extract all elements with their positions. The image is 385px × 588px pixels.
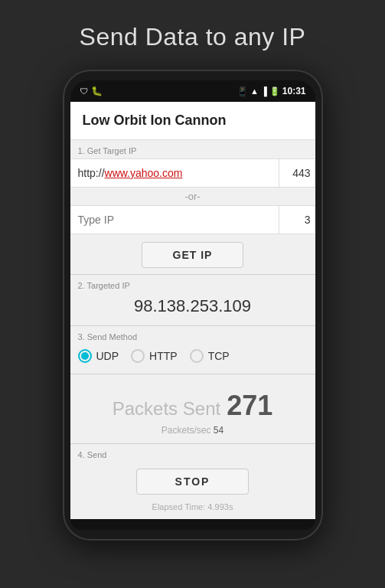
url-input-row: http://www.yahoo.com (70, 158, 315, 188)
status-icons-left: 🛡 🐛 (80, 86, 103, 96)
packets-sec-label: Packets/sec (162, 425, 211, 436)
packets-sent-value: 271 (227, 390, 272, 422)
sim-icon: 📱 (237, 87, 248, 96)
section1-label: 1. Get Target IP (70, 140, 315, 158)
or-divider: -or- (70, 188, 315, 205)
radio-udp-label: UDP (96, 350, 119, 362)
targeted-ip-section: 2. Targeted IP 98.138.253.109 (70, 275, 315, 325)
stop-btn-row: STOP (78, 462, 308, 501)
wifi-icon: ▲ (250, 87, 259, 96)
stop-button[interactable]: STOP (136, 469, 250, 495)
radio-row: UDP HTTP TCP (78, 345, 308, 368)
elapsed-time: Elapsed Time: 4.993s (78, 501, 308, 516)
section4-label: 4. Send (78, 447, 308, 462)
type-ip-row (70, 205, 315, 234)
packets-row: Packets Sent 271 (113, 390, 273, 422)
packets-section: Packets Sent 271 Packets/sec 54 (70, 374, 315, 443)
packets-sent-label: Packets Sent (113, 398, 220, 420)
radio-circle-http (131, 349, 145, 363)
url-display[interactable]: http://www.yahoo.com (70, 159, 279, 187)
radio-tcp[interactable]: TCP (190, 349, 230, 363)
url-port-input[interactable] (279, 159, 315, 187)
battery-icon: 🔋 (269, 87, 280, 96)
type-ip-input[interactable] (70, 206, 279, 234)
section2-label: 2. Targeted IP (78, 278, 308, 293)
radio-http-label: HTTP (149, 350, 178, 362)
phone-bottom-bar (70, 519, 315, 530)
radio-http[interactable]: HTTP (131, 349, 178, 363)
send-section: 4. Send STOP Elapsed Time: 4.993s (70, 444, 315, 519)
radio-circle-udp (78, 349, 92, 363)
bug-icon: 🐛 (91, 86, 103, 96)
status-icons-right: 📱 ▲ ▐ 🔋 10:31 (237, 86, 305, 96)
radio-tcp-label: TCP (208, 350, 230, 362)
app-title: Low Orbit Ion Cannon (83, 113, 303, 129)
app-content: 1. Get Target IP http://www.yahoo.com -o… (70, 140, 315, 519)
status-time: 10:31 (282, 86, 306, 96)
get-ip-button[interactable]: GET IP (142, 242, 244, 268)
get-ip-btn-row: GET IP (70, 234, 315, 274)
targeted-ip-value: 98.138.253.109 (78, 293, 308, 319)
packets-sec-value: 54 (214, 425, 223, 436)
radio-circle-tcp (190, 349, 204, 363)
type-ip-port-input[interactable] (279, 206, 315, 234)
phone-screen: Low Orbit Ion Cannon 1. Get Target IP ht… (70, 102, 315, 519)
radio-udp[interactable]: UDP (78, 349, 119, 363)
url-underlined: www.yahoo.com (105, 167, 183, 179)
radio-inner-udp (81, 352, 89, 360)
page-title: Send Data to any IP (80, 23, 306, 51)
phone-frame: 🛡 🐛 📱 ▲ ▐ 🔋 10:31 Low Orbit Ion Cannon 1… (63, 70, 323, 541)
app-header: Low Orbit Ion Cannon (70, 102, 315, 140)
status-bar: 🛡 🐛 📱 ▲ ▐ 🔋 10:31 (70, 80, 315, 102)
packets-sec-row: Packets/sec 54 (162, 425, 223, 436)
shield-icon: 🛡 (80, 87, 88, 96)
send-method-section: 3. Send Method UDP HTTP TCP (70, 326, 315, 374)
signal-icon: ▐ (261, 87, 267, 96)
section3-label: 3. Send Method (78, 329, 308, 345)
